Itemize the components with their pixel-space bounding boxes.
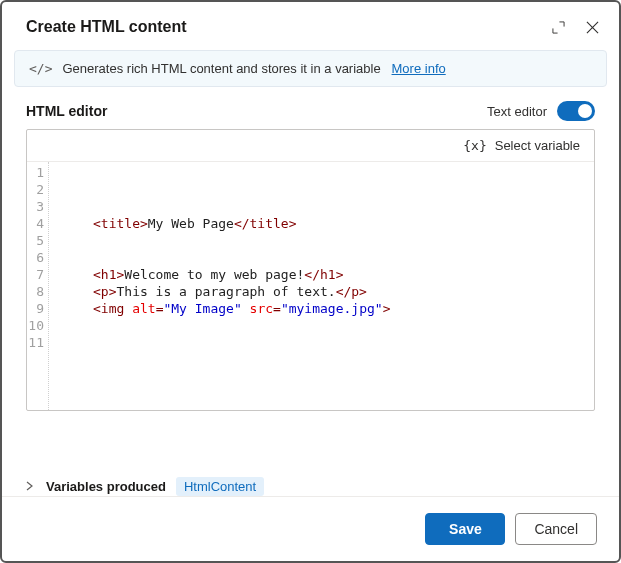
dialog-footer: Save Cancel (2, 496, 619, 561)
dialog-header: Create HTML content (2, 2, 619, 50)
code-editor: {x} Select variable 1234567891011 <title… (26, 129, 595, 411)
editor-toolbar: {x} Select variable (27, 130, 594, 162)
code-lines[interactable]: <title>My Web Page</title> <h1>Welcome t… (49, 162, 594, 410)
variable-icon: {x} (463, 138, 486, 153)
variables-row[interactable]: Variables produced HtmlContent (26, 477, 595, 496)
dialog: Create HTML content </> Generates rich H… (0, 0, 621, 563)
header-icons (551, 20, 599, 34)
save-button[interactable]: Save (425, 513, 505, 545)
info-text-content: Generates rich HTML content and stores i… (62, 61, 380, 76)
more-info-link[interactable]: More info (392, 61, 446, 76)
editor-section: HTML editor Text editor {x} Select varia… (2, 101, 619, 463)
editor-label: HTML editor (26, 103, 487, 119)
variable-pill[interactable]: HtmlContent (176, 477, 264, 496)
close-icon[interactable] (585, 20, 599, 34)
info-bar: </> Generates rich HTML content and stor… (14, 50, 607, 87)
chevron-right-icon (26, 479, 36, 494)
text-editor-toggle[interactable] (557, 101, 595, 121)
editor-head: HTML editor Text editor (26, 101, 595, 121)
line-gutter: 1234567891011 (27, 162, 49, 410)
cancel-button[interactable]: Cancel (515, 513, 597, 545)
code-area[interactable]: 1234567891011 <title>My Web Page</title>… (27, 162, 594, 410)
info-text: Generates rich HTML content and stores i… (62, 61, 445, 76)
variables-label: Variables produced (46, 479, 166, 494)
dialog-title: Create HTML content (26, 18, 551, 36)
toggle-label: Text editor (487, 104, 547, 119)
code-icon: </> (29, 61, 52, 76)
expand-icon[interactable] (551, 20, 565, 34)
select-variable-button[interactable]: Select variable (495, 138, 580, 153)
